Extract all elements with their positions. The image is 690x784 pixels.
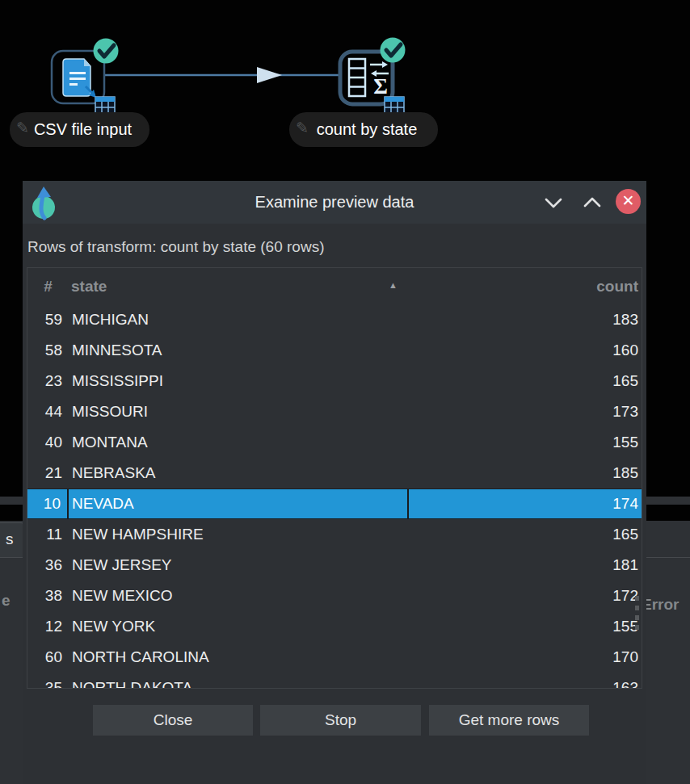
- background-tab-label: s: [6, 530, 14, 548]
- preview-table: # state ▲ count 59MICHIGAN18358MINNESOTA…: [27, 267, 642, 689]
- background-tab[interactable]: s: [0, 522, 24, 558]
- edit-pencil-icon: ✎: [16, 114, 29, 143]
- window-close-button[interactable]: ✕: [614, 189, 642, 216]
- cell-num[interactable]: 23: [27, 372, 69, 390]
- cell-state[interactable]: NORTH DAKOTA: [69, 679, 409, 689]
- group-by-icon: Σ: [349, 59, 389, 99]
- column-header-count[interactable]: count: [409, 278, 642, 296]
- cell-count[interactable]: 173: [409, 403, 642, 421]
- node-label-count-by-state[interactable]: ✎ count by state: [289, 112, 438, 147]
- cell-num[interactable]: 59: [27, 311, 69, 329]
- cell-num[interactable]: 21: [27, 464, 69, 482]
- cell-state[interactable]: NEW HAMPSHIRE: [69, 526, 409, 543]
- table-row[interactable]: 44MISSOURI173: [27, 396, 642, 427]
- table-row[interactable]: 38NEW MEXICO172: [27, 581, 642, 611]
- node-label-csv-file-input[interactable]: ✎ CSV file input: [10, 112, 149, 147]
- get-more-rows-button[interactable]: Get more rows: [429, 705, 589, 736]
- cell-num[interactable]: 58: [27, 342, 69, 359]
- cell-count[interactable]: 181: [409, 556, 642, 574]
- table-row[interactable]: 40MONTANA155: [27, 427, 642, 458]
- table-row[interactable]: 23MISSISSIPPI165: [27, 366, 642, 396]
- pipeline-canvas[interactable]: Σ: [0, 0, 690, 181]
- cell-count[interactable]: 155: [409, 434, 642, 451]
- edit-pencil-icon: ✎: [296, 114, 309, 143]
- window-shade-button[interactable]: [540, 189, 567, 216]
- cell-count[interactable]: 160: [409, 342, 642, 359]
- success-check-icon[interactable]: [94, 39, 119, 64]
- cell-num[interactable]: 10: [27, 489, 69, 518]
- preview-table-rows: 59MICHIGAN18358MINNESOTA16023MISSISSIPPI…: [27, 304, 642, 689]
- cell-num[interactable]: 12: [27, 618, 69, 635]
- cell-num[interactable]: 38: [27, 587, 69, 605]
- cell-count[interactable]: 174: [409, 495, 642, 513]
- node-label-text: CSV file input: [34, 120, 132, 138]
- window-unshade-button[interactable]: [579, 189, 606, 216]
- cell-state[interactable]: NEVADA: [69, 489, 409, 518]
- stop-button[interactable]: Stop: [260, 705, 421, 736]
- cell-num[interactable]: 36: [27, 556, 69, 574]
- success-check-icon[interactable]: [381, 38, 406, 63]
- cell-state[interactable]: MISSISSIPPI: [69, 372, 409, 390]
- cell-num[interactable]: 35: [27, 679, 69, 689]
- cell-num[interactable]: 44: [27, 403, 69, 421]
- close-button[interactable]: Close: [93, 705, 253, 736]
- cell-count[interactable]: 165: [409, 372, 642, 390]
- column-header-state[interactable]: state: [69, 278, 409, 296]
- table-row[interactable]: 58MINNESOTA160: [27, 335, 642, 366]
- cell-num[interactable]: 60: [27, 648, 69, 666]
- table-row[interactable]: 10NEVADA174: [27, 488, 642, 519]
- dialog-titlebar: Examine preview data ✕: [23, 181, 646, 224]
- node-csv-file-input[interactable]: [52, 39, 119, 115]
- preview-table-header: # state ▲ count: [27, 268, 642, 304]
- cell-state[interactable]: MONTANA: [69, 434, 409, 451]
- table-row[interactable]: 59MICHIGAN183: [27, 304, 642, 335]
- cell-state[interactable]: MICHIGAN: [69, 311, 409, 329]
- cell-count[interactable]: 185: [409, 464, 642, 482]
- cell-state[interactable]: MINNESOTA: [69, 342, 409, 359]
- svg-text:Σ: Σ: [373, 74, 388, 99]
- table-row[interactable]: 36NEW JERSEY181: [27, 550, 642, 581]
- background-column-header-error: Error: [642, 596, 679, 614]
- node-count-by-state[interactable]: Σ: [340, 38, 406, 115]
- cell-state[interactable]: NEW MEXICO: [69, 587, 409, 605]
- table-row[interactable]: 12NEW YORK155: [27, 611, 642, 642]
- app-window: s e Error: [0, 0, 690, 784]
- cell-state[interactable]: NEW JERSEY: [69, 556, 409, 574]
- hop-arrowhead: [257, 67, 282, 83]
- cell-count[interactable]: 165: [409, 526, 642, 543]
- cell-state[interactable]: NORTH CAROLINA: [69, 648, 409, 666]
- cell-state[interactable]: NEBRASKA: [69, 464, 409, 482]
- cell-state[interactable]: NEW YORK: [69, 618, 409, 635]
- table-row[interactable]: 35NORTH DAKOTA163: [27, 673, 642, 689]
- background-column-header-left: e: [2, 592, 11, 610]
- cell-count[interactable]: 172: [409, 587, 642, 605]
- cell-num[interactable]: 11: [27, 526, 69, 543]
- cell-num[interactable]: 40: [27, 434, 69, 451]
- csv-file-icon: [63, 59, 96, 98]
- cell-state[interactable]: MISSOURI: [69, 403, 409, 421]
- cell-count[interactable]: 183: [409, 311, 642, 329]
- node-label-text: count by state: [317, 120, 418, 138]
- hop-logo-icon: [31, 185, 58, 220]
- cell-count[interactable]: 155: [409, 618, 642, 635]
- sort-ascending-icon: ▲: [389, 280, 398, 290]
- close-icon: ✕: [616, 189, 641, 214]
- examine-preview-dialog: Examine preview data ✕ Rows of transform…: [23, 181, 646, 784]
- cell-count[interactable]: 170: [409, 648, 642, 666]
- table-scrollbar[interactable]: [635, 596, 639, 635]
- hop-link[interactable]: [105, 67, 339, 83]
- cell-count[interactable]: 163: [409, 679, 642, 689]
- table-row[interactable]: 11NEW HAMPSHIRE165: [27, 519, 642, 550]
- table-row[interactable]: 60NORTH CAROLINA170: [27, 642, 642, 673]
- column-header-num[interactable]: #: [27, 278, 69, 296]
- rows-of-transform-label: Rows of transform: count by state (60 ro…: [27, 238, 324, 256]
- table-row[interactable]: 21NEBRASKA185: [27, 458, 642, 488]
